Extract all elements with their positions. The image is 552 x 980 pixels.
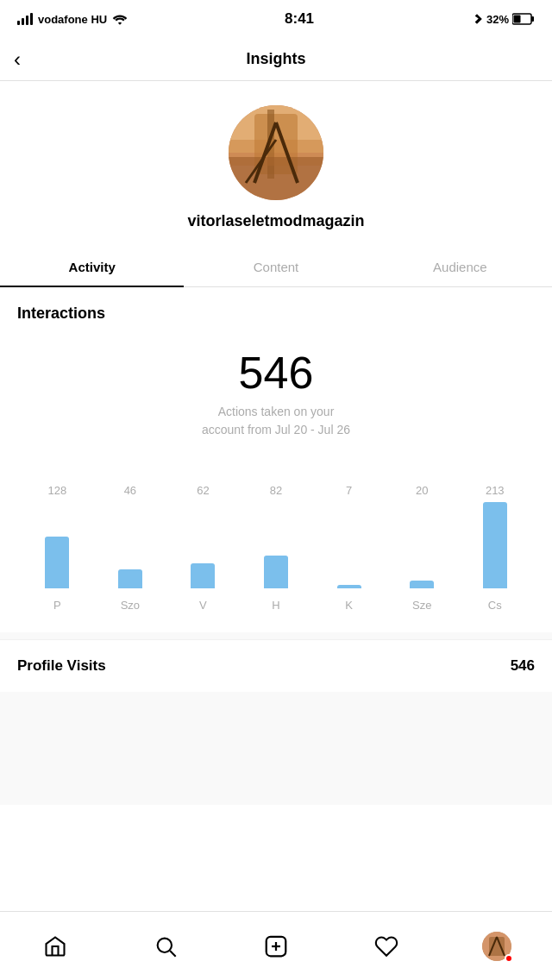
bar-wrap [118,502,142,588]
tabs: Activity Content Audience [0,248,552,287]
wifi-icon [112,13,128,25]
content-area: Interactions 546 Actions taken on your a… [0,287,552,805]
search-icon [154,934,178,958]
bar [45,537,69,588]
add-icon [263,933,289,959]
bar-label: Cs [488,599,502,612]
bar-wrap [337,502,361,588]
bar [337,585,361,588]
carrier-label: vodafone HU [38,13,107,26]
svg-rect-2 [513,16,520,23]
bar-label: P [53,599,61,612]
signal-bars [17,13,33,25]
profile-visits-value: 546 [511,657,535,675]
bar-value: 128 [47,484,66,497]
bar [118,569,142,588]
avatar-image [229,105,323,200]
svg-point-12 [158,938,172,952]
bar-label: K [345,599,353,612]
page-title: Insights [246,50,305,68]
status-right: 32% [471,13,535,26]
bar [483,502,507,588]
svg-rect-8 [229,157,323,200]
bottom-nav [0,911,552,980]
bar-value: 213 [486,484,505,497]
svg-rect-18 [489,937,505,956]
bar-label: Szo [121,599,140,612]
svg-line-13 [170,951,175,956]
home-icon [43,934,67,958]
bar-label: Sze [412,599,431,612]
battery-icon [512,13,535,25]
bar-wrap [483,502,507,588]
bar-column-p: 128 P [21,484,94,612]
nav-add[interactable] [254,925,298,968]
notification-dot [505,954,513,963]
profile-visits-row[interactable]: Profile Visits 546 [0,639,552,692]
bar [410,581,434,588]
avatar [229,105,323,200]
tab-content[interactable]: Content [184,248,367,286]
tab-audience[interactable]: Audience [368,248,552,286]
bar [191,563,215,588]
total-value: 546 [17,349,535,398]
bar-value: 82 [270,484,282,497]
bar-column-cs: 213 Cs [458,484,531,612]
svg-rect-1 [531,16,534,22]
location-icon [471,13,483,25]
back-button[interactable]: ‹ [14,47,21,72]
bar-column-h: 82 H [240,484,313,612]
nav-home[interactable] [34,925,77,968]
bar-value: 46 [124,484,136,497]
heart-icon [374,934,398,958]
bar-wrap [264,502,288,588]
profile-visits-label: Profile Visits [17,657,106,675]
nav-heart[interactable] [365,925,408,968]
username-label: vitorlaseletmodmagazin [187,212,364,230]
header: ‹ Insights [0,38,552,81]
status-bar: vodafone HU 8:41 32% [0,0,552,38]
bar-column-v: 62 V [166,484,240,612]
tab-activity[interactable]: Activity [0,248,184,286]
profile-section: vitorlaseletmodmagazin [0,81,552,248]
bar-value: 20 [416,484,428,497]
bar-label: H [272,599,279,612]
bar-label: V [199,599,207,612]
bar-column-sze: 20 Sze [386,484,459,612]
bar-column-szo: 46 Szo [94,484,167,612]
bar-column-k: 7 K [312,484,386,612]
status-left: vodafone HU [17,13,128,26]
bar-value: 62 [197,484,209,497]
bar-value: 7 [346,484,352,497]
bar-wrap [191,502,215,588]
bar [264,556,288,588]
battery-label: 32% [486,13,509,26]
nav-profile[interactable] [475,925,518,968]
interactions-title: Interactions [17,305,535,323]
bar-wrap [45,502,69,588]
chart-subtitle: Actions taken on your account from Jul 2… [17,403,535,439]
nav-search[interactable] [144,925,187,968]
interactions-section: Interactions 546 Actions taken on your a… [0,287,552,632]
bar-wrap [410,502,434,588]
status-time: 8:41 [285,10,314,28]
chart-container: 546 Actions taken on your account from J… [17,340,535,448]
bar-chart: 128 P 46 Szo 62 V 82 H 7 K 20 Sze [17,474,535,612]
